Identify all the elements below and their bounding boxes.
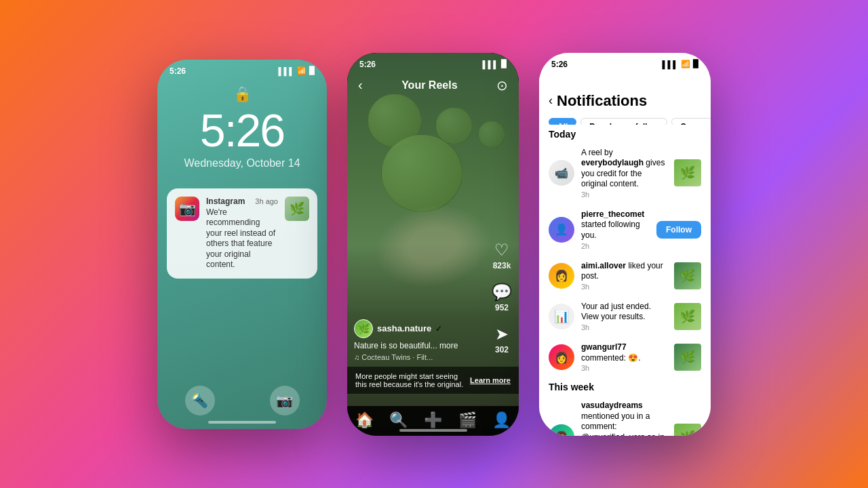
comments-action[interactable]: 💬 952 bbox=[492, 283, 512, 312]
notif-avatar-reel: 📹 bbox=[549, 160, 574, 186]
share-count: 302 bbox=[495, 345, 509, 354]
nav-add-icon[interactable]: ➕ bbox=[424, 411, 442, 429]
home-indicator-2 bbox=[399, 429, 467, 432]
battery-icon-3: ▉ bbox=[693, 60, 698, 68]
notification-card[interactable]: 📷 Instagram 3h ago We're recommending yo… bbox=[167, 188, 317, 279]
signal-icon-3: ▌▌▌ bbox=[663, 60, 678, 68]
wifi-icon-3: 📶 bbox=[681, 60, 690, 68]
reels-user-row: 🌿 sasha.nature ✓ bbox=[354, 319, 478, 338]
lock-bottom-controls: 🔦 📷 bbox=[157, 386, 327, 415]
notif-item-like[interactable]: 👩 aimi.allover liked your post. 3h 🌿 bbox=[539, 256, 711, 296]
lily-pad-4 bbox=[478, 121, 505, 148]
notif-time-follow: 2h bbox=[581, 242, 650, 250]
notification-header: Instagram 3h ago bbox=[206, 197, 278, 206]
filter-all[interactable]: All bbox=[549, 118, 576, 125]
notif-time-reel: 3h bbox=[581, 190, 667, 199]
reels-promo-text: More people might start seeing this reel… bbox=[355, 372, 470, 388]
likes-count: 823k bbox=[493, 261, 511, 270]
status-icons-3: ▌▌▌ 📶 ▉ bbox=[663, 60, 698, 68]
nav-home-icon[interactable]: 🏠 bbox=[355, 411, 374, 429]
lily-pad-3 bbox=[381, 134, 462, 212]
reels-username[interactable]: sasha.nature bbox=[377, 323, 431, 333]
reels-camera-icon[interactable]: ⊙ bbox=[496, 77, 508, 94]
reels-promo-banner: More people might start seeing this reel… bbox=[347, 367, 519, 394]
home-indicator-1 bbox=[208, 421, 276, 424]
flashlight-button[interactable]: 🔦 bbox=[185, 386, 215, 415]
nav-reels-icon[interactable]: 🎬 bbox=[458, 411, 477, 429]
comment-icon: 💬 bbox=[492, 283, 512, 302]
notif-item-follow[interactable]: 👤 pierre_thecomet started following you.… bbox=[539, 204, 711, 256]
verified-icon: ✓ bbox=[435, 324, 442, 333]
notif-body-ad: Your ad just ended. View your results. 3… bbox=[581, 302, 667, 331]
notif-body-reel: A reel by everybodylaugh gives you credi… bbox=[581, 148, 667, 199]
notif-text-ad: Your ad just ended. View your results. bbox=[581, 302, 667, 323]
likes-action[interactable]: ♡ 823k bbox=[493, 241, 511, 270]
nav-profile-icon[interactable]: 👤 bbox=[492, 411, 511, 429]
reels-screen: 5:26 ▌▌▌ ▉ ‹ Your Reels ⊙ ♡ 823k 💬 952 ➤… bbox=[347, 53, 519, 436]
notif-avatar-ad: 📊 bbox=[549, 304, 574, 329]
reels-actions: ♡ 823k 💬 952 ➤ 302 bbox=[492, 241, 512, 354]
section-this-week: This week bbox=[539, 378, 711, 395]
lock-date: Wednesday, October 14 bbox=[157, 157, 327, 169]
status-bar-2: 5:26 ▌▌▌ ▉ bbox=[347, 53, 519, 72]
lock-screen-content: 🔒 5:26 Wednesday, October 14 bbox=[157, 79, 327, 169]
follow-button[interactable]: Follow bbox=[656, 221, 701, 239]
notification-time: 3h ago bbox=[255, 197, 278, 205]
notif-time-ad: 3h bbox=[581, 323, 667, 331]
status-bar-1: 5:26 ▌▌▌ 📶 ▉ bbox=[157, 60, 327, 79]
notif-item-ad[interactable]: 📊 Your ad just ended. View your results.… bbox=[539, 296, 711, 337]
notif-avatar-like: 👩 bbox=[549, 263, 574, 289]
notif-thumb-comment: 🌿 bbox=[674, 344, 701, 371]
signal-icon-2: ▌▌▌ bbox=[483, 60, 498, 68]
notification-thumbnail: 🌿 bbox=[285, 197, 309, 221]
share-icon: ➤ bbox=[495, 325, 509, 344]
notif-thumb-like: 🌿 bbox=[674, 262, 701, 289]
notif-text-reel: A reel by everybodylaugh gives you credi… bbox=[581, 148, 667, 190]
notification-content: Instagram 3h ago We're recommending your… bbox=[206, 197, 278, 271]
reels-info: 🌿 sasha.nature ✓ Nature is so beautiful.… bbox=[354, 319, 478, 361]
battery-icon-1: ▉ bbox=[309, 66, 315, 75]
reels-avatar: 🌿 bbox=[354, 319, 373, 338]
notif-body-comment: gwangurl77 commented: 😍. 3h bbox=[581, 342, 667, 372]
back-arrow-icon[interactable]: ‹ bbox=[549, 94, 553, 108]
nav-search-icon[interactable]: 🔍 bbox=[389, 411, 408, 429]
status-icons-1: ▌▌▌ 📶 ▉ bbox=[279, 66, 315, 75]
reels-back-icon[interactable]: ‹ bbox=[358, 77, 363, 93]
notification-app-name: Instagram bbox=[206, 197, 245, 206]
instagram-icon: 📷 bbox=[175, 197, 199, 221]
notif-thumb-reel: 🌿 bbox=[674, 159, 701, 186]
reels-title: Your Reels bbox=[363, 79, 496, 92]
heart-icon: ♡ bbox=[494, 241, 509, 260]
time-1: 5:26 bbox=[170, 66, 186, 76]
filter-comments[interactable]: Comments bbox=[671, 118, 711, 125]
notif-item-mention[interactable]: 👩 vasudaydreams mentioned you in a comme… bbox=[539, 395, 711, 435]
section-today: Today bbox=[539, 125, 711, 142]
camera-button[interactable]: 📷 bbox=[270, 386, 300, 415]
notif-text-like: aimi.allover liked your post. bbox=[581, 261, 667, 282]
notif-text-mention: vasudaydreams mentioned you in a comment… bbox=[581, 401, 667, 435]
notif-thumb-ad: 🌿 bbox=[674, 303, 701, 330]
share-action[interactable]: ➤ 302 bbox=[495, 325, 509, 354]
battery-icon-2: ▉ bbox=[501, 60, 507, 68]
filter-people-you-follow[interactable]: People you follow bbox=[580, 118, 667, 125]
signal-icon-1: ▌▌▌ bbox=[279, 67, 294, 75]
notif-body-like: aimi.allover liked your post. 3h bbox=[581, 261, 667, 291]
phone-reels: 5:26 ▌▌▌ ▉ ‹ Your Reels ⊙ ♡ 823k 💬 952 ➤… bbox=[347, 53, 519, 436]
phone-notifications: 5:26 ▌▌▌ 📶 ▉ ‹ Notifications All People … bbox=[539, 53, 711, 436]
learn-more-link[interactable]: Learn more bbox=[470, 376, 511, 384]
notif-body-follow: pierre_thecomet started following you. 2… bbox=[581, 209, 650, 250]
comments-count: 952 bbox=[495, 303, 509, 312]
notif-text-comment: gwangurl77 commented: 😍. bbox=[581, 342, 667, 363]
notif-item-comment[interactable]: 👩 gwangurl77 commented: 😍. 3h 🌿 bbox=[539, 337, 711, 378]
notifications-header: ‹ Notifications bbox=[539, 72, 711, 115]
notif-text-follow: pierre_thecomet started following you. bbox=[581, 209, 650, 241]
phone-lockscreen: 5:26 ▌▌▌ 📶 ▉ 🔒 5:26 Wednesday, October 1… bbox=[157, 60, 327, 429]
lock-icon: 🔒 bbox=[157, 85, 327, 103]
notif-avatar-mention: 👩 bbox=[549, 424, 574, 436]
time-2: 5:26 bbox=[359, 60, 376, 69]
notif-body-mention: vasudaydreams mentioned you in a comment… bbox=[581, 401, 667, 435]
wifi-icon-1: 📶 bbox=[297, 66, 307, 75]
reels-music: ♫ Cocteau Twins · Filt... bbox=[354, 353, 478, 361]
notif-item-reel-credit[interactable]: 📹 A reel by everybodylaugh gives you cre… bbox=[539, 142, 711, 204]
filter-tabs: All People you follow Comments Follows bbox=[539, 115, 711, 125]
